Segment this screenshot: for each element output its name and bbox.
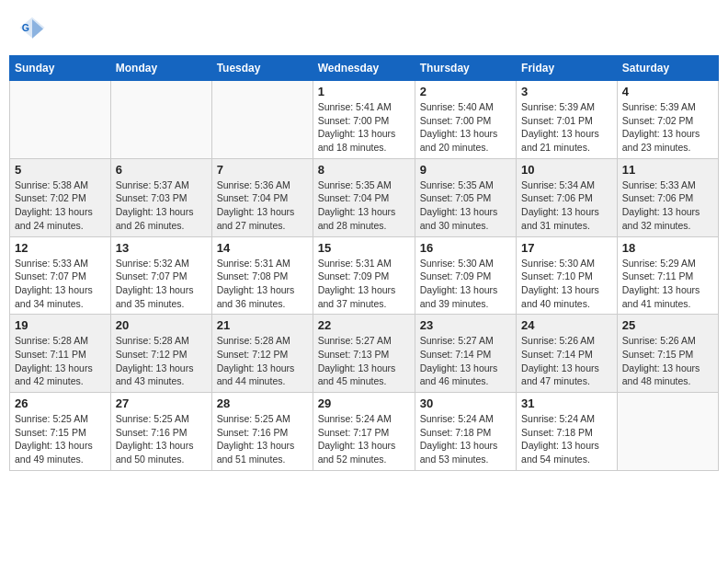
- day-info: Sunrise: 5:25 AM Sunset: 7:16 PM Dayligh…: [116, 412, 207, 466]
- calendar-day-cell: 22Sunrise: 5:27 AM Sunset: 7:13 PM Dayli…: [313, 315, 415, 393]
- weekday-header-saturday: Saturday: [617, 56, 718, 81]
- day-number: 24: [521, 318, 612, 332]
- day-number: 9: [420, 163, 511, 177]
- day-info: Sunrise: 5:31 AM Sunset: 7:08 PM Dayligh…: [217, 257, 308, 311]
- calendar-day-cell: 1Sunrise: 5:41 AM Sunset: 7:00 PM Daylig…: [313, 81, 415, 159]
- calendar-day-cell: 8Sunrise: 5:35 AM Sunset: 7:04 PM Daylig…: [313, 158, 415, 236]
- calendar-day-cell: 16Sunrise: 5:30 AM Sunset: 7:09 PM Dayli…: [415, 236, 516, 315]
- day-info: Sunrise: 5:35 AM Sunset: 7:04 PM Dayligh…: [318, 178, 410, 233]
- page-header: G: [9, 9, 719, 46]
- day-number: 21: [217, 318, 308, 332]
- day-info: Sunrise: 5:32 AM Sunset: 7:07 PM Dayligh…: [116, 257, 207, 311]
- day-info: Sunrise: 5:24 AM Sunset: 7:18 PM Dayligh…: [420, 412, 511, 466]
- day-number: 7: [217, 163, 308, 177]
- day-number: 25: [622, 318, 713, 332]
- day-number: 8: [318, 163, 410, 177]
- calendar-day-cell: [10, 81, 111, 159]
- day-info: Sunrise: 5:30 AM Sunset: 7:09 PM Dayligh…: [420, 257, 511, 311]
- day-info: Sunrise: 5:31 AM Sunset: 7:09 PM Dayligh…: [318, 257, 410, 311]
- day-number: 17: [521, 241, 612, 255]
- calendar-day-cell: 14Sunrise: 5:31 AM Sunset: 7:08 PM Dayli…: [211, 236, 313, 315]
- calendar-day-cell: 17Sunrise: 5:30 AM Sunset: 7:10 PM Dayli…: [517, 236, 618, 315]
- day-info: Sunrise: 5:39 AM Sunset: 7:02 PM Dayligh…: [622, 100, 713, 155]
- calendar-day-cell: [617, 393, 718, 471]
- calendar-day-cell: [211, 81, 313, 159]
- day-number: 28: [217, 396, 308, 410]
- day-number: 19: [15, 318, 106, 332]
- day-number: 29: [318, 396, 410, 410]
- day-number: 18: [622, 241, 713, 255]
- day-number: 23: [420, 318, 511, 332]
- day-info: Sunrise: 5:29 AM Sunset: 7:11 PM Dayligh…: [622, 257, 713, 311]
- day-info: Sunrise: 5:35 AM Sunset: 7:05 PM Dayligh…: [420, 178, 511, 233]
- calendar-table: SundayMondayTuesdayWednesdayThursdayFrid…: [9, 55, 719, 471]
- calendar-day-cell: 26Sunrise: 5:25 AM Sunset: 7:15 PM Dayli…: [10, 393, 111, 471]
- day-info: Sunrise: 5:41 AM Sunset: 7:00 PM Dayligh…: [318, 100, 410, 155]
- calendar-week-row: 5Sunrise: 5:38 AM Sunset: 7:02 PM Daylig…: [10, 158, 719, 236]
- calendar-day-cell: 29Sunrise: 5:24 AM Sunset: 7:17 PM Dayli…: [313, 393, 415, 471]
- calendar-day-cell: 10Sunrise: 5:34 AM Sunset: 7:06 PM Dayli…: [517, 158, 618, 236]
- day-number: 6: [116, 163, 207, 177]
- day-info: Sunrise: 5:40 AM Sunset: 7:00 PM Dayligh…: [420, 100, 511, 155]
- logo: G: [18, 14, 50, 41]
- weekday-header-thursday: Thursday: [415, 56, 516, 81]
- day-number: 26: [15, 396, 106, 410]
- calendar-day-cell: 18Sunrise: 5:29 AM Sunset: 7:11 PM Dayli…: [617, 236, 718, 315]
- weekday-header-wednesday: Wednesday: [313, 56, 415, 81]
- day-number: 15: [318, 241, 410, 255]
- weekday-header-tuesday: Tuesday: [211, 56, 313, 81]
- calendar-day-cell: 7Sunrise: 5:36 AM Sunset: 7:04 PM Daylig…: [211, 158, 313, 236]
- calendar-day-cell: 13Sunrise: 5:32 AM Sunset: 7:07 PM Dayli…: [110, 236, 211, 315]
- calendar-week-row: 26Sunrise: 5:25 AM Sunset: 7:15 PM Dayli…: [10, 393, 719, 471]
- calendar-week-row: 1Sunrise: 5:41 AM Sunset: 7:00 PM Daylig…: [10, 81, 719, 159]
- calendar-week-row: 12Sunrise: 5:33 AM Sunset: 7:07 PM Dayli…: [10, 236, 719, 315]
- day-info: Sunrise: 5:30 AM Sunset: 7:10 PM Dayligh…: [521, 257, 612, 311]
- day-info: Sunrise: 5:27 AM Sunset: 7:14 PM Dayligh…: [420, 334, 511, 388]
- day-number: 5: [15, 163, 106, 177]
- weekday-header-monday: Monday: [110, 56, 211, 81]
- calendar-day-cell: 28Sunrise: 5:25 AM Sunset: 7:16 PM Dayli…: [211, 393, 313, 471]
- day-info: Sunrise: 5:37 AM Sunset: 7:03 PM Dayligh…: [116, 178, 207, 233]
- day-info: Sunrise: 5:25 AM Sunset: 7:16 PM Dayligh…: [217, 412, 308, 466]
- day-info: Sunrise: 5:24 AM Sunset: 7:18 PM Dayligh…: [521, 412, 612, 466]
- day-info: Sunrise: 5:28 AM Sunset: 7:12 PM Dayligh…: [217, 334, 308, 388]
- day-info: Sunrise: 5:36 AM Sunset: 7:04 PM Dayligh…: [217, 178, 308, 233]
- day-number: 10: [521, 163, 612, 177]
- day-info: Sunrise: 5:28 AM Sunset: 7:12 PM Dayligh…: [116, 334, 207, 388]
- logo-icon: G: [18, 14, 46, 41]
- day-info: Sunrise: 5:26 AM Sunset: 7:15 PM Dayligh…: [622, 334, 713, 388]
- calendar-day-cell: 23Sunrise: 5:27 AM Sunset: 7:14 PM Dayli…: [415, 315, 516, 393]
- day-number: 3: [521, 85, 612, 98]
- day-info: Sunrise: 5:27 AM Sunset: 7:13 PM Dayligh…: [318, 334, 410, 388]
- calendar-day-cell: 5Sunrise: 5:38 AM Sunset: 7:02 PM Daylig…: [10, 158, 111, 236]
- calendar-day-cell: 20Sunrise: 5:28 AM Sunset: 7:12 PM Dayli…: [110, 315, 211, 393]
- calendar-day-cell: 31Sunrise: 5:24 AM Sunset: 7:18 PM Dayli…: [517, 393, 618, 471]
- day-number: 2: [420, 85, 511, 98]
- day-info: Sunrise: 5:24 AM Sunset: 7:17 PM Dayligh…: [318, 412, 410, 466]
- day-number: 1: [318, 85, 410, 98]
- calendar-day-cell: 27Sunrise: 5:25 AM Sunset: 7:16 PM Dayli…: [110, 393, 211, 471]
- calendar-day-cell: 15Sunrise: 5:31 AM Sunset: 7:09 PM Dayli…: [313, 236, 415, 315]
- weekday-header-sunday: Sunday: [10, 56, 111, 81]
- day-info: Sunrise: 5:28 AM Sunset: 7:11 PM Dayligh…: [15, 334, 106, 388]
- day-number: 16: [420, 241, 511, 255]
- calendar-day-cell: 30Sunrise: 5:24 AM Sunset: 7:18 PM Dayli…: [415, 393, 516, 471]
- day-info: Sunrise: 5:33 AM Sunset: 7:06 PM Dayligh…: [622, 178, 713, 233]
- calendar-day-cell: 19Sunrise: 5:28 AM Sunset: 7:11 PM Dayli…: [10, 315, 111, 393]
- calendar-day-cell: 4Sunrise: 5:39 AM Sunset: 7:02 PM Daylig…: [617, 81, 718, 159]
- day-number: 12: [15, 241, 106, 255]
- calendar-day-cell: 11Sunrise: 5:33 AM Sunset: 7:06 PM Dayli…: [617, 158, 718, 236]
- day-number: 31: [521, 396, 612, 410]
- day-number: 4: [622, 85, 713, 98]
- calendar-day-cell: 24Sunrise: 5:26 AM Sunset: 7:14 PM Dayli…: [517, 315, 618, 393]
- day-info: Sunrise: 5:34 AM Sunset: 7:06 PM Dayligh…: [521, 178, 612, 233]
- day-number: 27: [116, 396, 207, 410]
- calendar-day-cell: 21Sunrise: 5:28 AM Sunset: 7:12 PM Dayli…: [211, 315, 313, 393]
- calendar-day-cell: 25Sunrise: 5:26 AM Sunset: 7:15 PM Dayli…: [617, 315, 718, 393]
- weekday-header-row: SundayMondayTuesdayWednesdayThursdayFrid…: [10, 56, 719, 81]
- day-info: Sunrise: 5:38 AM Sunset: 7:02 PM Dayligh…: [15, 178, 106, 233]
- calendar-day-cell: 2Sunrise: 5:40 AM Sunset: 7:00 PM Daylig…: [415, 81, 516, 159]
- calendar-day-cell: 3Sunrise: 5:39 AM Sunset: 7:01 PM Daylig…: [517, 81, 618, 159]
- day-number: 22: [318, 318, 410, 332]
- calendar-day-cell: 6Sunrise: 5:37 AM Sunset: 7:03 PM Daylig…: [110, 158, 211, 236]
